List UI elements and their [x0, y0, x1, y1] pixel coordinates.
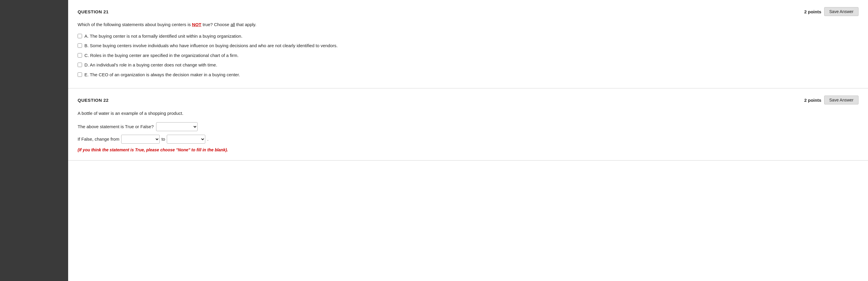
choice-21e: E. The CEO of an organization is always … — [78, 72, 859, 78]
question-22-save-button[interactable]: Save Answer — [824, 95, 859, 105]
choice-21e-label: E. The CEO of an organization is always … — [85, 72, 240, 78]
choice-21a: A. The buying center is not a formally i… — [78, 33, 859, 40]
choice-21b-label: B. Some buying centers involve individua… — [85, 43, 338, 49]
question-21-header: QUESTION 21 2 points Save Answer — [78, 7, 859, 16]
question-22-header: QUESTION 22 2 points Save Answer — [78, 95, 859, 105]
tf-select[interactable]: True False — [156, 122, 197, 131]
question-22-title: QUESTION 22 — [78, 97, 109, 103]
choice-21c-label: C. Roles in the buying center are specif… — [85, 52, 239, 59]
false-change-to-select[interactable] — [167, 135, 205, 144]
question-21-text-before: Which of the following statements about … — [78, 22, 192, 27]
period: . — [207, 136, 208, 143]
checkbox-21e[interactable] — [78, 73, 82, 77]
question-21-text-after-not: true? Choose — [202, 22, 230, 27]
question-22-body: A bottle of water is an example of a sho… — [78, 110, 859, 153]
choice-21c: C. Roles in the buying center are specif… — [78, 52, 859, 59]
sidebar — [0, 0, 68, 281]
checkbox-21a[interactable] — [78, 34, 82, 38]
question-21-block: QUESTION 21 2 points Save Answer Which o… — [68, 0, 868, 88]
question-21-save-button[interactable]: Save Answer — [824, 7, 859, 16]
not-word: NOT — [192, 22, 202, 27]
question-22-points: 2 points — [804, 97, 822, 103]
checkbox-21c[interactable] — [78, 53, 82, 58]
question-22-statement: A bottle of water is an example of a sho… — [78, 110, 859, 117]
false-change-from-select[interactable] — [121, 135, 160, 144]
main-content: QUESTION 21 2 points Save Answer Which o… — [68, 0, 868, 281]
all-word: all — [230, 22, 235, 27]
false-change-label-before: If False, change from — [78, 136, 119, 143]
question-21-title: QUESTION 21 — [78, 9, 109, 14]
question-21-text-end: that apply. — [235, 22, 256, 27]
question-21-meta: 2 points Save Answer — [804, 7, 859, 16]
question-21-choices: A. The buying center is not a formally i… — [78, 33, 859, 78]
tf-label: The above statement is True or False? — [78, 123, 154, 130]
question-21-text: Which of the following statements about … — [78, 21, 859, 28]
hint-text: (If you think the statement is True, ple… — [78, 147, 859, 153]
false-change-row: If False, change from to . — [78, 135, 859, 144]
tf-row: The above statement is True or False? Tr… — [78, 122, 859, 131]
choice-21a-label: A. The buying center is not a formally i… — [85, 33, 242, 40]
checkbox-21d[interactable] — [78, 63, 82, 67]
false-change-to-label: to — [161, 136, 165, 143]
question-22-meta: 2 points Save Answer — [804, 95, 859, 105]
checkbox-21b[interactable] — [78, 43, 82, 48]
question-22-block: QUESTION 22 2 points Save Answer A bottl… — [68, 88, 868, 161]
choice-21b: B. Some buying centers involve individua… — [78, 43, 859, 49]
question-21-points: 2 points — [804, 9, 822, 14]
choice-21d: D. An individual's role in a buying cent… — [78, 62, 859, 68]
choice-21d-label: D. An individual's role in a buying cent… — [85, 62, 217, 68]
